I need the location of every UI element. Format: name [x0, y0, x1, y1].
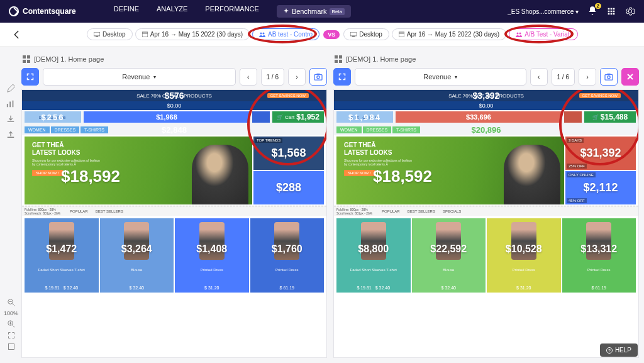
fold-strip: Fold line: 800px - 28% Scroll reach: 801…	[334, 206, 638, 216]
zone-value: $20,896	[472, 125, 501, 135]
zone-cart[interactable]: 🛒 $15,488	[584, 111, 636, 123]
next-page-button[interactable]: ›	[579, 68, 596, 86]
zone-value: $3,392	[473, 91, 500, 101]
zone-subbar[interactable]: $0.00	[334, 101, 638, 110]
zone-product[interactable]: $10,528Printed Dress$ 31.20	[487, 218, 561, 293]
zone-search[interactable]: $33,696	[396, 111, 562, 123]
metric-select-left[interactable]: Revenue ▾	[43, 68, 236, 86]
zone-value: $2,848	[162, 125, 187, 135]
apps-icon[interactable]	[606, 6, 616, 16]
nav-benchmark[interactable]: Benchmark Beta	[277, 5, 351, 18]
nav-links: DEFINE ANALYZE PERFORMANCE Benchmark Bet…	[114, 5, 351, 18]
gear-icon[interactable]	[625, 6, 635, 16]
date-chip-right[interactable]: Apr 16 → May 15 2022 (30 days)	[392, 28, 506, 40]
heatmap-right[interactable]: SALE 70% OFF ALL PRODUCTS $3,392 GET SAV…	[333, 89, 639, 358]
zone-search-extra[interactable]	[252, 111, 270, 123]
svg-rect-22	[23, 60, 26, 63]
zone-side-1[interactable]: 3 DAYS 25% OFF $31,392	[565, 137, 636, 170]
svg-rect-7	[352, 36, 355, 37]
panel-title-left: [DEMO] 1. Home page	[21, 52, 327, 68]
zone-product[interactable]: $3,264Blouse$ 32.40	[100, 218, 174, 293]
chart-icon[interactable]	[6, 99, 15, 108]
zone-category-tabs[interactable]: WOMEN DRESSES T-SHIRTS $2,848	[22, 124, 326, 135]
zone-logo[interactable]: s t o r e$1,984	[336, 111, 393, 123]
zone-category-tabs[interactable]: WOMEN DRESSES T-SHIRTS $20,896	[334, 124, 638, 135]
panel-title-right: [DEMO] 1. Home page	[333, 52, 639, 68]
brand-name: Contentsquare	[23, 7, 76, 16]
notifications-button[interactable]: 2	[587, 6, 597, 17]
zone-product[interactable]: $1,760Printed Dress$ 61.19	[250, 218, 325, 293]
screenshot-button[interactable]	[600, 68, 618, 86]
back-arrow-icon[interactable]	[11, 29, 23, 40]
nav-performance[interactable]: PERFORMANCE	[205, 5, 259, 18]
zone-product[interactable]: $1,408Printed Dress$ 31.20	[175, 218, 249, 293]
fit-icon[interactable]	[8, 332, 15, 339]
upload-icon[interactable]	[6, 130, 15, 138]
prev-page-button[interactable]: ‹	[530, 68, 548, 86]
zoom-in-icon[interactable]	[8, 320, 15, 328]
device-chip-left[interactable]: Desktop	[87, 28, 133, 40]
svg-point-4	[260, 32, 262, 34]
svg-point-5	[263, 32, 265, 34]
svg-rect-21	[27, 55, 30, 59]
zone-search[interactable]: $1,968	[84, 111, 250, 123]
page-indicator-right: 1 / 6	[552, 68, 575, 86]
zone-hero-main[interactable]: GET THEÂ LATEST LOOKS Shop now for our e…	[336, 137, 564, 204]
zone-banner[interactable]: SALE 70% OFF ALL PRODUCTS $576 GET SAVIN…	[22, 90, 326, 101]
zone-banner[interactable]: SALE 70% OFF ALL PRODUCTS $3,392 GET SAV…	[334, 90, 638, 101]
fullscreen-button[interactable]	[21, 68, 39, 86]
zone-side-2[interactable]: ONLY ONLINE 45% OFF $2,112	[565, 171, 636, 204]
zone-hero-main[interactable]: GET THEÂ LATEST LOOKS Shop now for our e…	[25, 137, 252, 204]
fold-strip: Fold line: 800px - 28% Scroll reach: 801…	[22, 206, 326, 216]
expand-icon[interactable]	[8, 343, 15, 350]
download-icon[interactable]	[6, 114, 15, 123]
navbar-right: _ES Shops...commerce ▾ 2	[508, 6, 635, 17]
fullscreen-button[interactable]	[333, 68, 351, 86]
panel-controls-left: Revenue ▾ ‹ 1 / 6 ›	[21, 68, 327, 86]
segment-chip-right[interactable]: A/B Test - Variati	[509, 28, 578, 40]
zone-product[interactable]: $22,592Blouse$ 32.40	[412, 218, 486, 293]
prev-page-button[interactable]: ‹	[240, 68, 257, 86]
screenshot-button[interactable]	[309, 68, 327, 86]
zoom-out-icon[interactable]	[8, 299, 15, 306]
account-switcher[interactable]: _ES Shops...commerce ▾	[508, 8, 579, 15]
zone-product[interactable]: $1,472Faded Short Sleeves T-shirt$ 19.81…	[25, 218, 99, 293]
zone-side-1[interactable]: TOP TRENDS $1,568	[253, 137, 324, 170]
hero-person-image	[192, 145, 248, 204]
close-panel-button[interactable]	[621, 68, 639, 86]
zone-logo[interactable]: s t o r e$256	[25, 111, 81, 123]
pencil-icon[interactable]	[6, 84, 15, 93]
zone-product[interactable]: $8,800Faded Short Sleeves T-shirt$ 19.81…	[336, 218, 411, 293]
zone-header-row: s t o r e$256 $1,968 🛒 Cart$1,952	[22, 110, 326, 124]
zone-hero-side: TOP TRENDS $1,568 $288	[253, 137, 324, 204]
nav-analyze[interactable]: ANALYZE	[157, 5, 187, 18]
next-page-button[interactable]: ›	[288, 68, 306, 86]
desktop-icon	[94, 32, 100, 37]
zone-side-2[interactable]: $288	[253, 171, 324, 204]
zone-banner-btn: GET SAVINGS NOW	[267, 93, 309, 98]
svg-rect-29	[335, 60, 338, 63]
device-chip-right[interactable]: Desktop	[343, 28, 389, 40]
metric-select-right[interactable]: Revenue ▾	[355, 68, 526, 86]
panel-left: [DEMO] 1. Home page Revenue ▾ ‹ 1 / 6 › …	[21, 52, 327, 358]
date-chip-left[interactable]: Apr 16 → May 15 2022 (30 days)	[135, 28, 250, 40]
segment-chip-left[interactable]: AB test - Contro	[252, 28, 319, 40]
brand-logo[interactable]: Contentsquare	[9, 6, 76, 16]
svg-rect-8	[399, 32, 404, 37]
zone-value: $18,592	[61, 167, 120, 186]
zone-cart[interactable]: 🛒 Cart$1,952	[272, 111, 324, 123]
filter-group-right: Desktop Apr 16 → May 15 2022 (30 days) A…	[343, 28, 578, 40]
zone-product[interactable]: $13,312Printed Dress$ 61.19	[562, 218, 636, 293]
zone-search-extra[interactable]	[564, 111, 582, 123]
hero-person-image	[504, 145, 560, 204]
svg-point-10	[517, 32, 519, 34]
calendar-icon	[399, 31, 404, 37]
zone-subbar[interactable]: $0.00	[22, 101, 326, 110]
users-icon	[259, 32, 265, 37]
zone-header-row: s t o r e$1,984 $33,696 🛒 $15,488	[334, 110, 638, 124]
nav-define[interactable]: DEFINE	[114, 5, 139, 18]
help-icon: ?	[606, 347, 613, 354]
heatmap-left[interactable]: SALE 70% OFF ALL PRODUCTS $576 GET SAVIN…	[21, 89, 327, 358]
help-button[interactable]: ? HELP	[600, 343, 638, 357]
svg-rect-24	[314, 75, 322, 81]
